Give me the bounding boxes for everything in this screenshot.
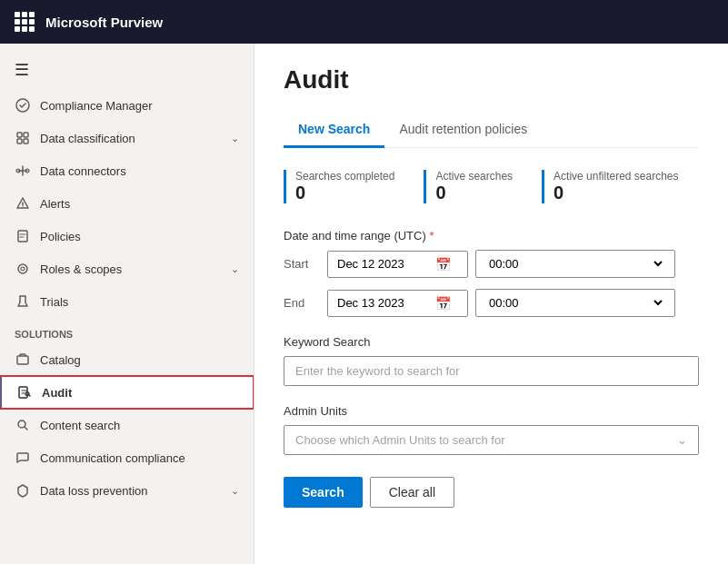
- sidebar-label-policies: Policies: [40, 230, 239, 243]
- sidebar-item-trials[interactable]: Trials: [0, 285, 254, 318]
- sidebar-label-roles-scopes: Roles & scopes: [40, 262, 222, 276]
- end-date-input-wrapper[interactable]: 📅: [327, 290, 468, 317]
- page-title: Audit: [284, 65, 699, 94]
- data-loss-prevention-icon: [15, 482, 31, 499]
- tab-audit-retention[interactable]: Audit retention policies: [384, 113, 542, 148]
- chevron-down-icon-3: ⌄: [231, 485, 239, 497]
- sidebar-label-audit: Audit: [42, 386, 239, 400]
- sidebar-item-alerts[interactable]: Alerts: [0, 187, 254, 220]
- stat-active-searches-value: 0: [435, 183, 513, 203]
- start-time-wrapper[interactable]: 00:00 01:00 12:00 23:00: [475, 250, 675, 278]
- sidebar-label-data-connectors: Data connectors: [40, 164, 239, 178]
- end-date-input[interactable]: [337, 296, 428, 310]
- sidebar-label-data-classification: Data classification: [40, 132, 222, 145]
- apps-grid-icon[interactable]: [15, 12, 35, 32]
- communication-compliance-icon: [15, 450, 31, 466]
- alerts-icon: [15, 195, 31, 212]
- sidebar-item-compliance-manager[interactable]: Compliance Manager: [0, 89, 254, 122]
- tabs: New Search Audit retention policies: [284, 113, 699, 148]
- svg-rect-2: [24, 133, 28, 137]
- keyword-section: Keyword Search: [284, 335, 699, 386]
- compliance-manager-icon: [15, 97, 31, 114]
- keyword-label: Keyword Search: [284, 335, 699, 349]
- stats-row: Searches completed 0 Active searches 0 A…: [284, 170, 699, 203]
- chevron-down-icon: ⌄: [231, 133, 239, 144]
- admin-units-label: Admin Units: [284, 404, 699, 418]
- sidebar-item-data-connectors[interactable]: Data connectors: [0, 154, 254, 187]
- start-calendar-icon[interactable]: 📅: [435, 257, 451, 272]
- data-classification-icon: [15, 130, 31, 146]
- sidebar-item-audit[interactable]: Audit: [0, 376, 254, 409]
- stat-searches-completed: Searches completed 0: [284, 170, 394, 203]
- date-time-label: Date and time range (UTC) *: [284, 229, 699, 242]
- svg-point-9: [18, 264, 27, 273]
- keyword-input[interactable]: [284, 356, 699, 386]
- svg-point-10: [21, 267, 25, 271]
- trials-icon: [15, 293, 31, 310]
- stat-active-unfiltered-label: Active unfiltered searches: [553, 170, 678, 183]
- start-time-select[interactable]: 00:00 01:00 12:00 23:00: [485, 256, 665, 272]
- sidebar-label-alerts: Alerts: [40, 197, 239, 211]
- button-row: Search Clear all: [284, 477, 699, 508]
- tab-new-search[interactable]: New Search: [284, 113, 384, 148]
- stat-searches-completed-value: 0: [295, 183, 394, 203]
- svg-rect-1: [17, 133, 22, 137]
- end-date-row: End 📅 00:00 01:00 12:00 23:00: [284, 289, 699, 317]
- sidebar-item-content-search[interactable]: Content search: [0, 409, 254, 441]
- content-area: Audit New Search Audit retention policie…: [254, 44, 728, 564]
- end-label: End: [284, 296, 320, 310]
- admin-units-dropdown[interactable]: Choose which Admin Units to search for ⌄: [284, 425, 699, 455]
- hamburger-button[interactable]: ☰: [0, 51, 254, 89]
- sidebar-item-data-classification[interactable]: Data classification ⌄: [0, 122, 254, 154]
- stat-active-unfiltered: Active unfiltered searches 0: [542, 170, 678, 203]
- chevron-down-icon-2: ⌄: [231, 263, 239, 275]
- date-time-section: Date and time range (UTC) * Start 📅 00:0…: [284, 229, 699, 317]
- start-date-input[interactable]: [337, 257, 428, 271]
- stat-active-unfiltered-value: 0: [553, 183, 678, 203]
- topbar: Microsoft Purview: [0, 0, 728, 44]
- svg-rect-4: [24, 139, 28, 143]
- end-time-select[interactable]: 00:00 01:00 12:00 23:00: [485, 295, 665, 311]
- admin-units-chevron-icon: ⌄: [677, 433, 687, 447]
- sidebar-label-trials: Trials: [40, 295, 239, 309]
- audit-icon: [16, 384, 33, 401]
- sidebar-item-policies[interactable]: Policies: [0, 220, 254, 252]
- sidebar-item-communication-compliance[interactable]: Communication compliance: [0, 441, 254, 474]
- sidebar-label-compliance-manager: Compliance Manager: [40, 99, 239, 113]
- start-date-input-wrapper[interactable]: 📅: [327, 251, 468, 278]
- search-button[interactable]: Search: [284, 477, 363, 508]
- end-time-wrapper[interactable]: 00:00 01:00 12:00 23:00: [475, 289, 675, 317]
- stat-active-searches: Active searches 0: [424, 170, 513, 203]
- svg-rect-3: [17, 139, 22, 143]
- start-date-row: Start 📅 00:00 01:00 12:00 23:00: [284, 250, 699, 278]
- sidebar-item-data-loss-prevention[interactable]: Data loss prevention ⌄: [0, 474, 254, 507]
- stat-active-searches-label: Active searches: [435, 170, 513, 183]
- admin-units-section: Admin Units Choose which Admin Units to …: [284, 404, 699, 455]
- end-calendar-icon[interactable]: 📅: [435, 296, 451, 311]
- admin-units-placeholder: Choose which Admin Units to search for: [295, 433, 505, 447]
- roles-scopes-icon: [15, 261, 31, 277]
- sidebar: ☰ Compliance Manager Data classification…: [0, 44, 254, 564]
- main-layout: ☰ Compliance Manager Data classification…: [0, 44, 728, 564]
- sidebar-label-content-search: Content search: [40, 419, 239, 432]
- svg-point-7: [23, 206, 24, 207]
- app-title: Microsoft Purview: [45, 15, 163, 30]
- stat-searches-completed-label: Searches completed: [295, 170, 394, 183]
- svg-rect-8: [18, 231, 27, 242]
- sidebar-item-catalog[interactable]: Catalog: [0, 343, 254, 376]
- data-connectors-icon: [15, 163, 31, 179]
- start-label: Start: [284, 257, 320, 271]
- policies-icon: [15, 228, 31, 244]
- sidebar-item-roles-scopes[interactable]: Roles & scopes ⌄: [0, 252, 254, 285]
- sidebar-label-communication-compliance: Communication compliance: [40, 451, 239, 465]
- svg-rect-11: [17, 356, 28, 364]
- sidebar-label-catalog: Catalog: [40, 353, 239, 367]
- solutions-section-label: Solutions: [0, 318, 254, 343]
- catalog-icon: [15, 351, 31, 368]
- sidebar-label-data-loss-prevention: Data loss prevention: [40, 484, 222, 498]
- content-search-icon: [15, 417, 31, 433]
- clear-all-button[interactable]: Clear all: [370, 477, 454, 508]
